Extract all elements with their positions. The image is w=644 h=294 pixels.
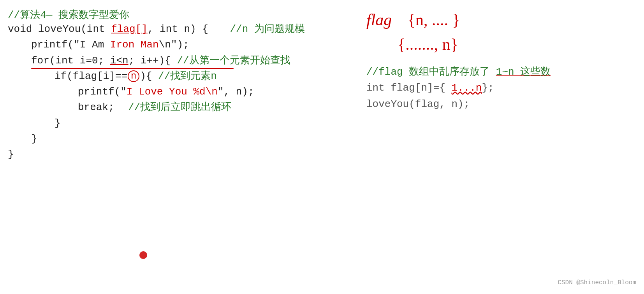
code-printf2-start: printf(" [78,86,127,98]
code-line-1: void loveYou(int flag[], int n) { //n 为问… [8,21,350,37]
code-int-n: , int n) { [148,23,208,35]
right-code-section: //flag 数组中乱序存放了 1~n 这些数 int flag[n]={ 1.… [366,65,636,112]
code-close1: } [55,116,350,131]
code-close3: } [8,147,350,162]
code-printf-start: printf("I Am [31,39,110,51]
csdn-watermark: CSDN @Shinecoln_Bloom [558,279,636,286]
right-loveYou: loveYou(flag, n); [366,98,470,110]
hand-brace1-text: {n, .... } [408,11,460,29]
code-i-less-n: i<n [110,55,128,66]
right-closing-brace: }; [482,82,494,94]
right-1n-wavy: 1...n [451,82,482,94]
right-code-line2: loveYou(flag, n); [366,96,636,113]
code-line1-comment: //n 为问题规模 [230,23,305,35]
code-line-3: for(int i=0; i<n; i++){ //从第一个元素开始查找 [31,53,350,68]
code-line-4: if(flag[i]==n){ //找到元素n [55,68,350,84]
code-if-brace: ){ [140,70,158,82]
right-int-flag: int flag[n]={ [366,82,445,94]
for-underline-decoration [31,68,234,69]
code-title-comment: //算法4— 搜索数字型爱你 [8,8,350,21]
hand-flag-text: flag [366,11,392,29]
code-iron-man: Iron Man [110,39,159,51]
code-if-comment: //找到元素n [158,70,217,82]
code-printf-end: \n"); [159,39,189,51]
left-code-panel: //算法4— 搜索数字型爱你 void loveYou(int flag[], … [0,4,358,290]
hand-flag-brace1: flag {n, .... } [366,8,636,32]
code-close2: } [31,131,350,147]
right-comment-1n: 1~n 这些数 [496,66,551,78]
code-line-5: printf("I Love You %d\n", n); [78,84,350,100]
code-flag-underlined: flag[] [111,23,148,35]
code-break: break; [78,102,114,113]
code-for-rest: ; i++){ [128,55,177,66]
code-void: void loveYou(int [8,23,111,35]
right-comment-line: //flag 数组中乱序存放了 1~n 这些数 [366,65,636,78]
hand-brace2: {......., n} [398,32,636,57]
code-line-2: printf("I Am Iron Man\n"); [31,37,350,52]
right-code-line1: int flag[n]={ 1...n}; [366,80,636,96]
code-line-6: break; //找到后立即跳出循环 [78,100,350,115]
right-values: 1...n [445,82,482,94]
code-for: for(int i=0; [31,55,110,66]
hand-brace2-text: {......., n} [398,35,458,53]
code-n-circled: n [128,70,139,82]
code-printf2-end: ", n); [218,86,254,98]
right-annotation-panel: flag {n, .... } {......., n} //flag 数组中乱… [359,4,644,290]
code-for-comment: //从第一个元素开始查找 [177,55,290,66]
right-handwritten-top: flag {n, .... } {......., n} [366,8,636,57]
code-block: void loveYou(int flag[], int n) { //n 为问… [8,21,350,163]
code-if-start: if(flag[i]== [55,70,127,82]
code-love-you: I Love You %d\n [127,86,218,98]
right-comment-text: //flag 数组中乱序存放了 [366,66,496,78]
code-break-comment: //找到后立即跳出循环 [128,102,231,113]
